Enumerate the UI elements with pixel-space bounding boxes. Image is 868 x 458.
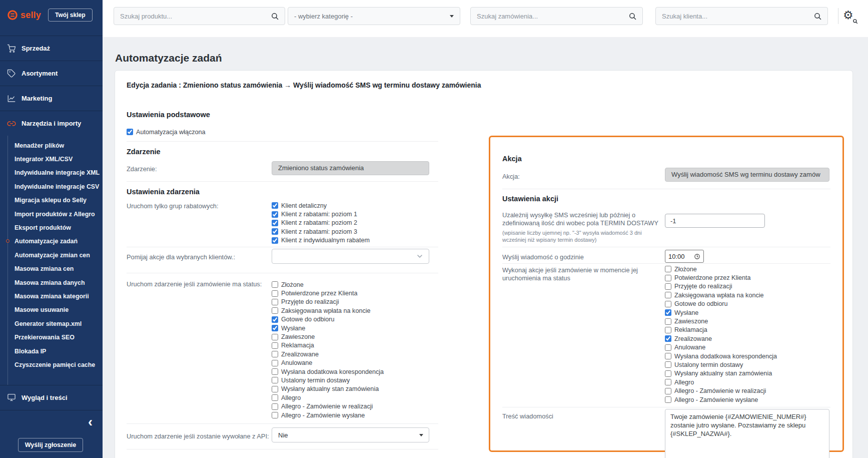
order-status-checkbox[interactable]: Zawieszone [272,332,384,341]
order-status-checkbox[interactable]: Zawieszone [665,317,777,325]
sidebar-submenu-item[interactable]: Przekierowania SEO [15,330,103,344]
skip-clients-select[interactable] [272,249,429,264]
send-report-button[interactable]: Wyślij zgłoszenie [18,438,83,452]
order-status-checkbox[interactable]: Wysłana dodatkowa korespondencja [665,352,777,360]
checkbox[interactable] [665,379,671,385]
order-status-checkbox[interactable]: Anulowane [272,359,384,367]
order-status-checkbox[interactable]: Wysłany aktualny stan zamówienia [272,385,384,393]
sidebar-item-asortyment[interactable]: Asortyment [0,61,103,86]
checkbox[interactable] [127,129,133,135]
discount-group-checkbox[interactable]: Klient z rabatami: poziom 3 [272,227,370,236]
order-status-checkbox[interactable]: Wysłany aktualny stan zamówienia [665,369,777,378]
order-status-checkbox[interactable]: Zrealizowane [272,350,384,358]
order-status-checkbox[interactable]: Gotowe do odbioru [272,315,384,324]
checkbox[interactable] [272,342,278,349]
order-status-checkbox[interactable]: Allegro - Zamówienie wysłane [665,395,777,404]
order-status-checkbox[interactable]: Allegro [272,393,384,402]
checkbox[interactable] [665,396,671,403]
order-search-input[interactable] [471,13,628,20]
checkbox[interactable] [272,290,278,297]
checkbox[interactable] [665,361,671,368]
product-search-input[interactable] [114,13,271,20]
order-status-checkbox[interactable]: Allegro - Zamówienie w realizacji [665,386,777,395]
checkbox[interactable] [272,325,278,331]
checkbox[interactable] [272,351,278,357]
checkbox[interactable] [665,327,671,333]
category-select[interactable]: - wybierz kategorię - [288,7,460,25]
sidebar-submenu-item[interactable]: Blokada IP [15,344,103,358]
discount-group-checkbox[interactable]: Klient z indywidualnym rabatem [272,236,370,245]
checkbox[interactable] [272,377,278,383]
discount-group-checkbox[interactable]: Klient detaliczny [272,201,370,210]
sidebar-submenu-item[interactable]: Generator sitemap.xml [15,317,103,330]
order-status-checkbox[interactable]: Reklamacja [665,326,777,334]
sms-days-input[interactable] [665,214,765,228]
discount-group-checkbox[interactable]: Klient z rabatami: poziom 2 [272,219,370,227]
checkbox[interactable] [665,292,671,298]
advanced-search-settings-button[interactable]: ⚙ [842,9,858,25]
checkbox[interactable] [272,299,278,305]
checkbox[interactable] [272,403,278,410]
checkbox[interactable] [272,281,278,288]
checkbox[interactable] [665,309,671,316]
checkbox[interactable] [665,335,671,342]
automation-enabled-checkbox[interactable]: Automatyzacja włączona [127,128,206,136]
checkbox[interactable] [272,202,278,209]
order-status-checkbox[interactable]: Złożone [272,280,384,289]
sidebar-collapse-chevron[interactable]: ‹ [88,415,93,429]
checkbox[interactable] [272,334,278,340]
sidebar-submenu-item[interactable]: Czyszczenie pamięci cache [15,358,103,371]
checkbox[interactable] [272,386,278,392]
sidebar-submenu-item[interactable]: Masowa zmiana danych [15,276,103,289]
checkbox[interactable] [665,370,671,377]
sidebar-submenu-item[interactable]: Masowa zmiana kategorii [15,289,103,303]
send-time-input[interactable]: 10:00 [665,250,704,263]
order-status-checkbox[interactable]: Allegro [665,378,777,386]
order-status-checkbox[interactable]: Allegro - Zamówienie wysłane [272,411,384,419]
selly-logo[interactable]: selly [7,10,41,21]
order-status-checkbox[interactable]: Złożone [665,265,777,273]
sidebar-submenu-item[interactable]: Indywidualne integracje CSV [15,180,103,193]
order-status-checkbox[interactable]: Reklamacja [272,341,384,350]
discount-group-checkbox[interactable]: Klient z rabatami: poziom 1 [272,210,370,218]
order-status-checkbox[interactable]: Wysłana dodatkowa korespondencja [272,367,384,376]
sidebar-submenu-item[interactable]: Masowa zmiana cen [15,262,103,276]
checkbox[interactable] [665,353,671,359]
order-status-checkbox[interactable]: Potwierdzone przez Klienta [272,289,384,297]
sidebar-submenu-item[interactable]: Automatyzacje zadań [15,235,103,248]
sidebar-item-marketing[interactable]: Marketing [0,86,103,111]
checkbox[interactable] [272,412,278,418]
sidebar-submenu-item[interactable]: Integrator XML/CSV [15,152,103,166]
checkbox[interactable] [272,307,278,314]
sidebar-item-wyglad[interactable]: Wygląd i treści [0,385,103,410]
checkbox[interactable] [272,237,278,244]
checkbox[interactable] [272,316,278,323]
order-status-checkbox[interactable]: Przyjęte do realizacji [665,282,777,291]
checkbox[interactable] [665,388,671,394]
checkbox[interactable] [272,360,278,366]
sidebar-item-sprzedaz[interactable]: Sprzedaż [0,36,103,61]
checkbox[interactable] [272,220,278,226]
checkbox[interactable] [665,275,671,281]
your-shop-button[interactable]: Twój sklep [48,9,92,22]
order-status-checkbox[interactable]: Gotowe do odbioru [665,300,777,308]
client-search-input[interactable] [656,13,813,20]
order-status-checkbox[interactable]: Anulowane [665,343,777,352]
checkbox[interactable] [665,344,671,351]
sidebar-submenu-item[interactable]: Menadżer plików [15,139,103,152]
order-status-checkbox[interactable]: Zaksięgowana wpłata na koncie [272,306,384,315]
order-status-checkbox[interactable]: Przyjęte do realizacji [272,298,384,306]
api-trigger-select[interactable]: Nie [272,427,429,442]
order-status-checkbox[interactable]: Ustalony termin dostawy [272,376,384,384]
sidebar-submenu-item[interactable]: Import produktów z Allegro [15,207,103,221]
sidebar-submenu-item[interactable]: Migracja sklepu do Selly [15,194,103,207]
sidebar-item-narzedzia[interactable]: Narzędzia i importy [0,111,103,136]
order-status-checkbox[interactable]: Zaksięgowana wpłata na koncie [665,291,777,299]
checkbox[interactable] [665,266,671,272]
sidebar-submenu-item[interactable]: Automatyzacje zmian cen [15,248,103,262]
checkbox[interactable] [272,211,278,218]
checkbox[interactable] [665,283,671,290]
order-status-checkbox[interactable]: Ustalony termin dostawy [665,360,777,369]
order-status-checkbox[interactable]: Allegro - Zamówienie w realizacji [272,402,384,410]
order-status-checkbox[interactable]: Potwierdzone przez Klienta [665,273,777,282]
